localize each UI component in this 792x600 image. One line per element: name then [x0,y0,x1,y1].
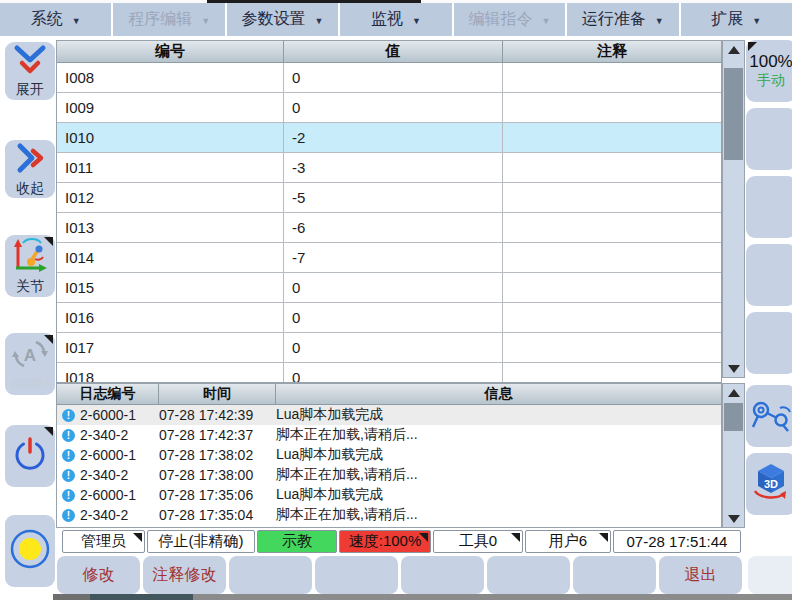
loop-cycle-icon: A [12,337,48,375]
function-button-5[interactable] [401,556,484,594]
expand-label: 展开 [16,81,44,99]
tool-segment[interactable]: 工具0 [433,530,523,553]
value-table-row[interactable]: I011-3 [57,153,721,183]
exit-button[interactable]: 退出 [659,556,742,594]
3d-view-button[interactable]: 3D [746,453,792,515]
value-header-comment: 注释 [503,41,721,62]
log-row[interactable]: !2-340-207-28 17:35:04脚本正在加载,请稍后... [57,505,721,525]
value-value-cell: -6 [284,213,503,242]
menu-item-extend[interactable]: 扩展▼ [681,3,792,36]
scroll-down-icon[interactable] [723,511,744,526]
value-table-row[interactable]: I0080 [57,63,721,93]
log-row[interactable]: !2-340-207-28 17:38:00脚本正在加载,请稍后... [57,465,721,485]
value-table-row[interactable]: I012-5 [57,183,721,213]
value-scrollbar-thumb[interactable] [724,68,743,160]
menu-item-label: 运行准备 [582,9,646,30]
value-table-row[interactable]: I014-7 [57,243,721,273]
log-row[interactable]: !2-6000-107-28 17:38:02Lua脚本加载完成 [57,445,721,465]
log-id-cell: !2-340-2 [57,467,159,483]
value-table-row[interactable]: I013-6 [57,213,721,243]
value-table: 编号 值 注释 I0080I0090I010-2I011-3I012-5I013… [56,40,722,383]
value-value-cell: 0 [284,303,503,332]
info-icon: ! [62,469,75,482]
svg-text:A: A [24,346,36,365]
value-table-row[interactable]: I0160 [57,303,721,333]
right-panel-button-2[interactable] [746,108,792,170]
expand-button[interactable]: 展开 [5,42,55,100]
log-table-body: !2-6000-107-28 17:42:39Lua脚本加载完成!2-340-2… [57,405,721,528]
value-comment-cell [503,123,721,152]
log-scrollbar-thumb[interactable] [724,403,743,431]
chevron-down-icon: ▼ [752,14,761,26]
value-table-row[interactable]: I0090 [57,93,721,123]
log-header-time: 时间 [159,384,276,404]
pendant-screen: 系统▼程序编辑▼参数设置▼监视▼编辑指令▼运行准备▼扩展▼ 展开 收起 [0,0,792,600]
chevron-down-icon: ▼ [72,14,81,26]
modify-button[interactable]: 修改 [57,556,140,594]
value-comment-cell [503,243,721,272]
menu-item-param-settings[interactable]: 参数设置▼ [227,3,340,36]
log-row[interactable]: !2-6000-107-28 17:42:39Lua脚本加载完成 [57,405,721,425]
log-table: 日志编号 时间 信息 !2-6000-107-28 17:42:39Lua脚本加… [56,383,722,528]
menu-item-monitor[interactable]: 监视▼ [340,3,453,36]
value-table-row[interactable]: I010-2 [57,123,721,153]
value-value-cell: 0 [284,273,503,302]
user-frame-segment[interactable]: 用户6 [525,530,611,553]
datetime-segment: 07-28 17:51:44 [613,530,741,553]
right-panel-button-5[interactable] [746,312,792,374]
value-table-row[interactable]: I0150 [57,273,721,303]
teach-mode-segment[interactable]: 示教 [257,530,337,553]
value-comment-cell [503,333,721,362]
continuous-loop-label: 连续循环 [10,376,50,391]
user-level-segment[interactable]: 管理员 [62,530,145,553]
chevron-down-icon: ▼ [412,14,421,26]
log-time-cell: 07-28 17:38:02 [159,447,276,463]
menu-item-system[interactable]: 系统▼ [0,3,113,36]
comment-modify-button[interactable]: 注释修改 [143,556,226,594]
value-table-scrollbar[interactable] [722,40,745,378]
info-icon: ! [62,429,75,442]
function-button-3[interactable] [229,556,312,594]
scroll-up-icon[interactable] [723,385,744,400]
function-button-6[interactable] [487,556,570,594]
log-id-text: 2-340-2 [80,427,128,443]
speed-label: 速度:100% [349,532,422,551]
menu-item-edit-instruction[interactable]: 编辑指令▼ [454,3,567,36]
menu-item-label: 监视 [371,9,403,30]
log-row[interactable]: !2-340-207-28 17:42:37脚本正在加载,请稍后... [57,425,721,445]
left-toolbar: 展开 收起 [0,36,56,600]
datetime-label: 07-28 17:51:44 [627,533,728,550]
menu-item-run-prepare[interactable]: 运行准备▼ [567,3,680,36]
scroll-up-icon[interactable] [723,42,744,57]
joint-coords-button[interactable]: 关节 [5,235,55,297]
robot-arm-button[interactable] [746,385,792,447]
log-table-scrollbar[interactable] [722,383,745,528]
value-comment-cell [503,363,721,383]
speed-segment[interactable]: 速度:100% [339,530,431,553]
run-state-segment[interactable]: 停止(非精确) [147,530,255,553]
bottom-partial-button[interactable] [748,556,792,594]
expand-icon [10,44,50,80]
right-panel-button-3[interactable] [746,176,792,238]
continuous-loop-button[interactable]: A 连续循环 [5,333,55,395]
log-id-cell: !2-340-2 [57,427,159,443]
menu-item-label: 扩展 [711,9,743,30]
function-button-7[interactable] [573,556,656,594]
value-table-body: I0080I0090I010-2I011-3I012-5I013-6I014-7… [57,63,721,383]
value-table-row[interactable]: I0170 [57,333,721,363]
bottom-edge-strip [53,594,792,600]
log-row[interactable]: !2-6000-107-28 17:35:06Lua脚本加载完成 [57,485,721,505]
log-message-cell: 脚本正在加载,请稍后... [276,506,721,524]
scroll-down-icon[interactable] [723,361,744,376]
value-table-row[interactable]: I0180 [57,363,721,383]
speed-mode-button[interactable]: 100% 手动 [746,40,792,102]
log-row[interactable]: !2-6000-107-28 17:3Lua脚本加载完成 [57,525,721,528]
right-panel-button-4[interactable] [746,244,792,306]
function-button-4[interactable] [315,556,398,594]
collapse-button[interactable]: 收起 [5,140,55,198]
menu-item-label: 编辑指令 [468,9,532,30]
menu-item-program-edit[interactable]: 程序编辑▼ [113,3,226,36]
chevron-down-icon: ▼ [315,14,324,26]
servo-status-button[interactable] [5,515,55,587]
power-button[interactable] [5,425,55,487]
